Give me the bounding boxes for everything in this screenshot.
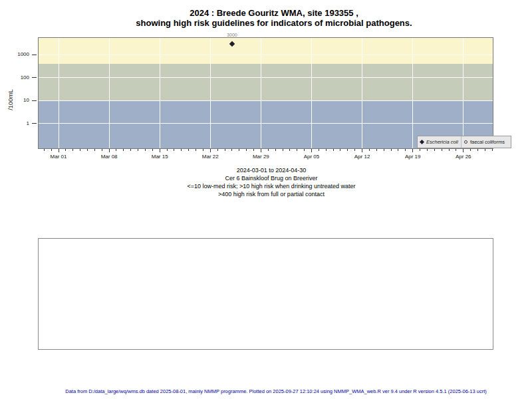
- x-gridline: [210, 38, 211, 148]
- x-minor-tick: [225, 149, 225, 151]
- x-minor-tick: [449, 149, 450, 151]
- x-minor-tick: [456, 149, 456, 151]
- x-minor-tick: [102, 149, 102, 151]
- x-minor-tick: [116, 149, 116, 151]
- plot-page: 2024 : Breede Gouritz WMA, site 193355 ,…: [0, 0, 532, 399]
- y-tick-label: 1000: [7, 51, 29, 57]
- y-tick-label: 1: [7, 120, 29, 126]
- x-minor-tick: [167, 149, 168, 151]
- x-minor-tick: [196, 149, 196, 151]
- x-minor-tick: [275, 149, 276, 151]
- x-minor-tick: [442, 149, 442, 151]
- x-major-tick: [109, 149, 110, 152]
- x-minor-tick: [420, 149, 420, 151]
- caption-risk-contact: >400 high risk from full or partial cont…: [5, 190, 532, 198]
- y-gridline: [39, 100, 493, 101]
- x-tick-label: Mar 22: [194, 154, 227, 160]
- chart-title-line1: 2024 : Breede Gouritz WMA, site 193355 ,: [8, 8, 532, 18]
- x-minor-tick: [152, 149, 153, 151]
- x-major-tick: [210, 149, 211, 152]
- x-major-tick: [311, 149, 312, 152]
- x-minor-tick: [333, 149, 334, 151]
- x-tick-label: Apr 12: [346, 154, 379, 160]
- legend-item-faecal-coliforms: faecal coliforms: [461, 136, 507, 148]
- legend-item-ecoli: Eschericia coli: [418, 136, 461, 148]
- footer-provenance: Data from D:/data_large/wq/wms.db dated …: [10, 388, 532, 394]
- plot-panel: Eschericia coli faecal coliforms Mar 01M…: [38, 37, 493, 149]
- y-tick-label: 100: [7, 74, 29, 80]
- x-minor-tick: [174, 149, 174, 151]
- x-minor-tick: [340, 149, 340, 151]
- band-high-risk-drinking: [39, 64, 493, 100]
- chart-title: 2024 : Breede Gouritz WMA, site 193355 ,…: [8, 8, 532, 28]
- x-minor-tick: [65, 149, 66, 151]
- x-minor-tick: [492, 149, 493, 151]
- x-minor-tick: [94, 149, 95, 151]
- x-tick-label: Mar 01: [42, 154, 75, 160]
- x-major-tick: [463, 149, 464, 152]
- x-gridline: [109, 38, 110, 148]
- y-gridline: [39, 55, 493, 55]
- x-tick-label: Mar 15: [143, 154, 176, 160]
- x-minor-tick: [470, 149, 471, 151]
- x-gridline: [463, 38, 464, 148]
- x-minor-tick: [217, 149, 218, 151]
- x-minor-tick: [268, 149, 269, 151]
- x-minor-tick: [384, 149, 384, 151]
- x-minor-tick: [123, 149, 124, 151]
- chart-title-line2: showing high risk guidelines for indicat…: [8, 18, 532, 28]
- x-minor-tick: [51, 149, 52, 151]
- x-minor-tick: [138, 149, 138, 151]
- plot-legend: Eschericia coli faecal coliforms: [417, 136, 511, 148]
- x-minor-tick: [80, 149, 80, 151]
- open-circle-icon: [464, 140, 467, 144]
- filled-diamond-icon: [420, 140, 424, 144]
- x-minor-tick: [145, 149, 146, 151]
- x-minor-tick: [376, 149, 377, 151]
- x-minor-tick: [485, 149, 485, 151]
- x-minor-tick: [347, 149, 348, 151]
- x-major-tick: [261, 149, 261, 152]
- caption-date-range: 2024-03-01 to 2024-04-30: [5, 166, 532, 174]
- empty-panel: [38, 238, 493, 350]
- y-tick: [32, 55, 37, 55]
- x-minor-tick: [246, 149, 247, 151]
- x-minor-tick: [477, 149, 478, 151]
- band-high-risk-contact: [39, 38, 493, 64]
- x-minor-tick: [427, 149, 428, 151]
- x-minor-tick: [319, 149, 319, 151]
- x-minor-tick: [188, 149, 189, 151]
- x-minor-tick: [405, 149, 406, 151]
- x-minor-tick: [44, 149, 45, 151]
- x-minor-tick: [297, 149, 297, 151]
- point-value-label: 3000: [219, 33, 245, 37]
- x-minor-tick: [398, 149, 398, 151]
- x-tick-label: Mar 08: [92, 154, 126, 160]
- y-tick: [32, 123, 37, 124]
- y-tick: [32, 77, 37, 78]
- x-minor-tick: [369, 149, 370, 151]
- y-tick-label: 10: [7, 97, 29, 103]
- x-minor-tick: [253, 149, 254, 151]
- x-tick-label: Mar 29: [244, 154, 277, 160]
- x-minor-tick: [203, 149, 203, 151]
- x-minor-tick: [283, 149, 283, 151]
- chart-captions: 2024-03-01 to 2024-04-30 Cer 6 Bainskloo…: [5, 166, 532, 198]
- x-gridline: [160, 38, 160, 148]
- x-major-tick: [160, 149, 160, 152]
- x-minor-tick: [130, 149, 131, 151]
- x-minor-tick: [239, 149, 239, 151]
- x-minor-tick: [391, 149, 392, 151]
- x-minor-tick: [231, 149, 232, 151]
- y-gridline: [39, 123, 493, 124]
- x-minor-tick: [72, 149, 73, 151]
- x-major-tick: [412, 149, 413, 152]
- x-gridline: [412, 38, 413, 148]
- x-gridline: [261, 38, 261, 148]
- x-gridline: [362, 38, 362, 148]
- x-minor-tick: [87, 149, 88, 151]
- x-major-tick: [362, 149, 362, 152]
- x-tick-label: Apr 19: [396, 154, 430, 160]
- x-minor-tick: [434, 149, 435, 151]
- x-minor-tick: [354, 149, 355, 151]
